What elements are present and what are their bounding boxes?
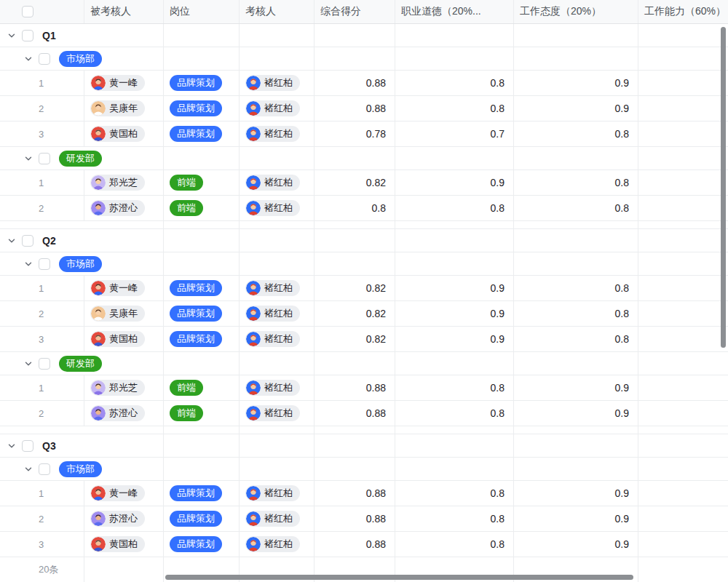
empty-cell[interactable] [314,352,395,375]
empty-cell[interactable] [314,426,395,434]
empty-cell[interactable] [395,221,514,228]
position-cell[interactable]: 前端 [164,375,240,400]
group-checkbox[interactable] [22,235,33,247]
collapse-subgroup-button[interactable] [24,465,33,474]
empty-cell[interactable] [638,221,728,228]
position-cell[interactable]: 前端 [164,170,240,195]
attitude-cell[interactable]: 0.8 [514,121,638,146]
position-cell[interactable]: 品牌策划 [164,71,240,95]
assessor-cell[interactable]: 褚红柏 [240,301,314,326]
assessee-cell[interactable]: 吴康年 [84,96,164,121]
assessor-cell[interactable]: 褚红柏 [240,96,314,121]
position-cell[interactable]: 品牌策划 [164,506,240,531]
ethics-cell[interactable]: 0.8 [395,481,514,506]
ability-cell[interactable] [638,327,728,351]
ability-cell[interactable] [638,196,728,220]
score-cell[interactable]: 0.88 [314,375,395,400]
assessor-cell[interactable]: 褚红柏 [240,401,314,426]
ability-cell[interactable] [638,170,728,195]
empty-cell[interactable] [240,221,314,228]
assessor-cell[interactable]: 褚红柏 [240,481,314,506]
score-cell[interactable]: 0.88 [314,401,395,426]
empty-cell[interactable] [164,229,240,252]
attitude-cell[interactable]: 0.8 [514,170,638,195]
empty-cell[interactable] [395,426,514,434]
score-cell[interactable]: 0.88 [314,71,395,95]
empty-cell[interactable] [314,458,395,480]
empty-cell[interactable] [514,352,638,375]
column-header-attitude[interactable]: 工作态度（20%） [514,0,638,23]
assessor-cell[interactable]: 褚红柏 [240,276,314,300]
empty-cell[interactable] [314,229,395,252]
empty-cell[interactable] [638,352,728,375]
score-cell[interactable]: 0.82 [314,170,395,195]
position-cell[interactable]: 品牌策划 [164,121,240,146]
empty-cell[interactable] [240,47,314,70]
empty-cell[interactable] [240,229,314,252]
ability-cell[interactable] [638,375,728,400]
row-index-cell[interactable]: 1 [0,481,84,506]
assessee-cell[interactable]: 郑光芝 [84,375,164,400]
collapse-group-button[interactable] [7,31,16,40]
assessee-cell[interactable]: 苏澄心 [84,401,164,426]
collapse-subgroup-button[interactable] [24,55,33,63]
horizontal-scrollbar-thumb[interactable] [165,575,633,580]
empty-cell[interactable] [514,221,638,228]
subgroup-checkbox[interactable] [39,258,50,270]
assessor-cell[interactable]: 褚红柏 [240,121,314,146]
attitude-cell[interactable]: 0.9 [514,481,638,506]
ethics-cell[interactable]: 0.7 [395,121,514,146]
assessee-cell[interactable]: 黄国柏 [84,121,164,146]
empty-cell[interactable] [240,24,314,47]
ethics-cell[interactable]: 0.9 [395,327,514,351]
score-cell[interactable]: 0.78 [314,121,395,146]
ability-cell[interactable] [638,96,728,121]
empty-cell[interactable] [240,352,314,375]
ability-cell[interactable] [638,301,728,326]
subgroup-checkbox[interactable] [39,53,50,65]
empty-cell[interactable] [395,147,514,170]
empty-cell[interactable] [240,434,314,457]
position-cell[interactable]: 品牌策划 [164,301,240,326]
position-cell[interactable]: 前端 [164,401,240,426]
empty-cell[interactable] [638,252,728,275]
assessee-cell[interactable]: 苏澄心 [84,506,164,531]
empty-cell[interactable] [164,458,240,480]
empty-cell[interactable] [638,47,728,70]
empty-cell[interactable] [164,221,240,228]
score-cell[interactable]: 0.8 [314,196,395,220]
assessor-cell[interactable]: 褚红柏 [240,327,314,351]
assessor-cell[interactable]: 褚红柏 [240,196,314,220]
empty-cell[interactable] [395,434,514,457]
empty-cell[interactable] [395,229,514,252]
empty-cell[interactable] [395,47,514,70]
ethics-cell[interactable]: 0.8 [395,506,514,531]
empty-cell[interactable] [514,434,638,457]
ability-cell[interactable] [638,401,728,426]
column-header-ethics[interactable]: 职业道德（20%... [395,0,514,23]
attitude-cell[interactable]: 0.8 [514,196,638,220]
assessee-cell[interactable]: 吴康年 [84,301,164,326]
collapse-group-button[interactable] [7,442,16,450]
ethics-cell[interactable]: 0.8 [395,196,514,220]
row-index-cell[interactable]: 1 [0,170,84,195]
position-cell[interactable]: 品牌策划 [164,481,240,506]
column-header-assessor[interactable]: 考核人 [240,0,314,23]
empty-cell[interactable] [240,458,314,480]
ability-cell[interactable] [638,121,728,146]
empty-cell[interactable] [638,426,728,434]
assessee-cell[interactable]: 黄国柏 [84,532,164,557]
collapse-subgroup-button[interactable] [24,154,33,163]
ability-cell[interactable] [638,481,728,506]
ethics-cell[interactable]: 0.9 [395,301,514,326]
ability-cell[interactable] [638,532,728,557]
empty-cell[interactable] [395,24,514,47]
empty-cell[interactable] [514,458,638,480]
attitude-cell[interactable]: 0.9 [514,532,638,557]
column-header-assessee[interactable]: 被考核人 [84,0,164,23]
empty-cell[interactable] [638,229,728,252]
ability-cell[interactable] [638,71,728,95]
ethics-cell[interactable]: 0.8 [395,375,514,400]
attitude-cell[interactable]: 0.8 [514,327,638,351]
assessee-cell[interactable]: 苏澄心 [84,196,164,220]
